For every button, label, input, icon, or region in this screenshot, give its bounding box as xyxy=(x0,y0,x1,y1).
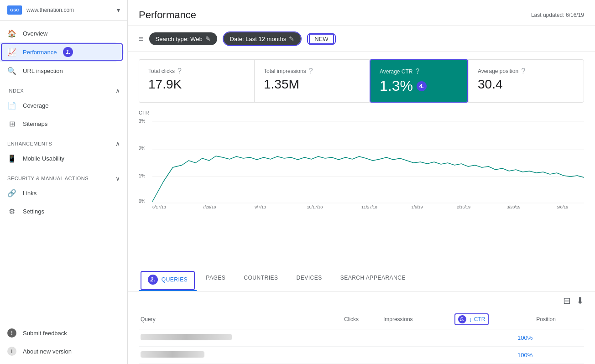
trending-up-icon: 📈 xyxy=(7,47,16,57)
search-type-chip[interactable]: Search type: Web ✎ xyxy=(149,32,217,45)
svg-text:10/17/18: 10/17/18 xyxy=(307,205,323,208)
metric-value: 1.35M xyxy=(264,77,360,92)
sidebar-item-overview[interactable]: 🏠 Overview xyxy=(0,24,124,42)
svg-text:1/6/19: 1/6/19 xyxy=(412,205,423,208)
sidebar-item-coverage[interactable]: 📄 Coverage xyxy=(0,96,124,114)
sidebar-item-performance[interactable]: 📈 Performance 1. xyxy=(0,42,124,62)
sidebar-item-label: Performance xyxy=(23,49,57,56)
sidebar-item-about[interactable]: i About new version xyxy=(0,342,124,360)
tab-label: QUERIES xyxy=(162,276,188,283)
svg-text:5/8/19: 5/8/19 xyxy=(557,205,568,208)
svg-text:9/7/18: 9/7/18 xyxy=(255,205,266,208)
svg-text:11/27/18: 11/27/18 xyxy=(361,205,377,208)
table-area: ⊟ ⬇ Query Clicks Impressions xyxy=(128,291,595,364)
col-ctr[interactable]: 5. ↓ CTR xyxy=(453,310,534,329)
annotation-2: 2. xyxy=(148,275,158,285)
tab-label: PAGES xyxy=(206,275,225,281)
help-icon[interactable]: ? xyxy=(415,68,419,76)
edit-icon: ✎ xyxy=(289,35,294,42)
query-cell xyxy=(139,347,342,364)
col-header-label: Query xyxy=(141,316,156,322)
sidebar-item-sitemaps[interactable]: ⊞ Sitemaps xyxy=(0,114,124,133)
gear-icon: ⚙ xyxy=(7,207,16,216)
toolbar: ≡ Search type: Web ✎ Date: Last 12 month… xyxy=(128,26,595,52)
tab-countries[interactable]: COUNTRIES xyxy=(235,269,287,291)
chart-area: CTR 3% 2% 1% 0% 6/17/18 7/28/18 9/7/18 1… xyxy=(128,103,595,269)
sidebar-logo: GSC www.thenation.com ▾ xyxy=(0,0,127,21)
main-content: Performance Last updated: 6/16/19 ≡ Sear… xyxy=(128,0,595,364)
col-header-label: Impressions xyxy=(383,316,413,322)
grid-icon: ⊞ xyxy=(7,119,16,128)
metric-value: 30.4 xyxy=(478,77,574,92)
metric-label: Total clicks ? xyxy=(148,67,245,75)
metric-total-clicks[interactable]: Total clicks ? 17.9K xyxy=(139,59,254,103)
search-icon: 🔍 xyxy=(7,66,16,75)
svg-text:0%: 0% xyxy=(139,199,146,204)
main-header: Performance Last updated: 6/16/19 xyxy=(128,0,595,26)
tab-label: COUNTRIES xyxy=(244,275,278,281)
chevron-down-icon[interactable]: ▾ xyxy=(117,6,120,14)
site-name: www.thenation.com xyxy=(26,7,112,13)
sidebar: GSC www.thenation.com ▾ 🏠 Overview 📈 Per… xyxy=(0,0,128,364)
chevron-up-icon[interactable]: ∧ xyxy=(115,87,120,94)
sidebar-item-submit-feedback[interactable]: ! Submit feedback xyxy=(0,324,124,342)
sidebar-item-label: Links xyxy=(23,190,37,197)
col-position: Position xyxy=(534,310,584,329)
sidebar-item-label: Settings xyxy=(23,208,44,215)
help-icon[interactable]: ? xyxy=(521,67,525,75)
section-index: Index ∧ xyxy=(0,80,127,96)
section-label: Index xyxy=(7,88,24,94)
section-security[interactable]: Security & Manual Actions ∨ xyxy=(0,167,127,184)
document-icon: 📄 xyxy=(7,101,16,110)
col-query: Query xyxy=(139,310,342,329)
metric-average-position[interactable]: Average position ? 30.4 xyxy=(468,59,584,103)
logo-icon: GSC xyxy=(7,5,22,15)
tab-pages[interactable]: PAGES xyxy=(197,269,235,291)
help-icon[interactable]: ? xyxy=(309,67,313,75)
chart-svg: 3% 2% 1% 0% 6/17/18 7/28/18 9/7/18 10/17… xyxy=(139,117,584,208)
sidebar-bottom: ! Submit feedback i About new version xyxy=(0,320,127,364)
svg-text:6/17/18: 6/17/18 xyxy=(152,205,166,208)
last-updated: Last updated: 6/16/19 xyxy=(531,12,584,18)
section-enhancements: Enhancements ∧ xyxy=(0,133,127,149)
sidebar-item-url-inspection[interactable]: 🔍 URL inspection xyxy=(0,62,124,80)
info-icon: i xyxy=(7,347,16,356)
position-cell xyxy=(534,329,584,347)
metric-ctr-wrapper: Average CTR ? 1.3% 4. xyxy=(370,59,468,103)
date-chip[interactable]: Date: Last 12 months ✎ xyxy=(224,32,301,45)
query-cell xyxy=(139,329,342,347)
chevron-down-icon[interactable]: ∨ xyxy=(115,175,120,182)
download-icon[interactable]: ⬇ xyxy=(576,295,584,306)
home-icon: 🏠 xyxy=(7,29,16,38)
sidebar-item-mobile-usability[interactable]: 📱 Mobile Usability xyxy=(0,149,124,167)
metric-average-ctr[interactable]: Average CTR ? 1.3% 4. xyxy=(371,60,467,102)
new-badge[interactable]: NEW xyxy=(309,33,334,45)
sidebar-item-settings[interactable]: ⚙ Settings xyxy=(0,202,124,220)
svg-text:2/16/19: 2/16/19 xyxy=(457,205,470,208)
section-label: Security & Manual Actions xyxy=(7,176,89,181)
sidebar-item-label: Coverage xyxy=(23,102,48,109)
sidebar-item-links[interactable]: 🔗 Links xyxy=(0,184,124,202)
filter-icon[interactable]: ≡ xyxy=(139,34,144,44)
chevron-up-icon[interactable]: ∧ xyxy=(115,140,120,147)
tab-devices[interactable]: DEVICES xyxy=(287,269,331,291)
section-label: Enhancements xyxy=(7,141,52,146)
filter-columns-icon[interactable]: ⊟ xyxy=(563,295,571,306)
col-header-label: Position xyxy=(536,316,556,322)
svg-text:7/28/18: 7/28/18 xyxy=(202,205,216,208)
col-impressions: Impressions xyxy=(381,310,453,329)
svg-text:3%: 3% xyxy=(139,119,146,124)
highlight-box xyxy=(1,43,123,61)
col-header-label: Clicks xyxy=(344,316,359,322)
tab-queries[interactable]: 2. QUERIES xyxy=(139,269,197,291)
page-title: Performance xyxy=(139,9,196,21)
new-badge-wrapper: NEW xyxy=(307,34,335,44)
blurred-query xyxy=(141,334,232,340)
date-chip-wrapper: Date: Last 12 months ✎ xyxy=(223,31,302,46)
metric-total-impressions[interactable]: Total impressions ? 1.35M xyxy=(254,59,370,103)
help-icon[interactable]: ? xyxy=(177,67,182,75)
ctr-cell: 100% xyxy=(453,347,534,364)
feedback-icon: ! xyxy=(7,328,16,338)
tabs-row: 2. QUERIES PAGES COUNTRIES DEVICES SEARC… xyxy=(128,269,595,291)
tab-search-appearance[interactable]: SEARCH APPEARANCE xyxy=(331,269,415,291)
